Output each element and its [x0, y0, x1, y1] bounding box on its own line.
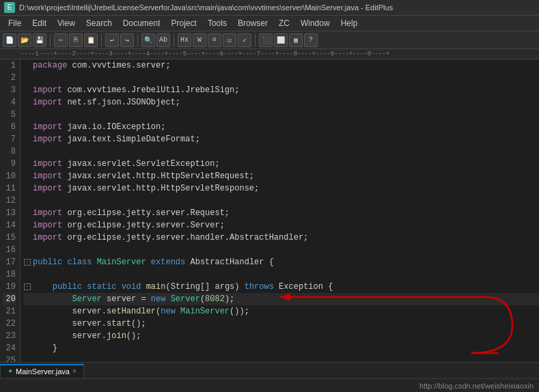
code-text-20: Server server = new Server(8082); [33, 293, 539, 305]
line-num-6: 6 [3, 121, 16, 133]
code-text-17: public class MainServer extends Abstract… [33, 256, 539, 268]
fold-17[interactable]: - [23, 256, 33, 268]
code-line-17: - public class MainServer extends Abstra… [23, 256, 539, 268]
line-num-23: 23 [3, 330, 16, 342]
code-content[interactable]: package com.vvvtimes.server; import com.… [20, 59, 539, 362]
fold-13 [23, 207, 33, 219]
code-line-3: import com.vvvtimes.JrebelUtil.JrebelSig… [23, 84, 539, 96]
line-num-16: 16 [3, 244, 16, 256]
fold-9 [23, 158, 33, 170]
ruler-text: ----1----+----2----+----3----+----4----+… [20, 51, 389, 57]
code-text-14: import org.eclipse.jetty.server.Server; [33, 219, 539, 232]
code-text-16 [33, 244, 539, 256]
line-num-9: 9 [3, 158, 16, 170]
menu-window[interactable]: Window [295, 17, 335, 29]
code-text-21: server.setHandler(new MainServer()); [33, 305, 539, 318]
line-num-13: 13 [3, 207, 16, 219]
toolbar-b6[interactable]: ⬛ [259, 33, 273, 47]
toolbar-b2[interactable]: W [193, 33, 206, 47]
fold-20 [23, 293, 33, 305]
toolbar-b3[interactable]: ≡ [208, 33, 221, 47]
toolbar-undo[interactable]: ↩ [105, 33, 119, 47]
code-text-24: } [33, 342, 539, 354]
menu-browser[interactable]: Browser [232, 17, 273, 29]
code-text-4: import net.sf.json.JSONObject; [33, 96, 539, 109]
line-num-15: 15 [3, 232, 16, 244]
code-area: 1 2 3 4 5 6 7 8 9 10 11 12 13 14 15 16 1… [0, 59, 539, 362]
tab-close[interactable]: × [72, 367, 77, 375]
fold-2 [23, 72, 33, 84]
menu-help[interactable]: Help [335, 17, 363, 29]
menu-document[interactable]: Document [118, 17, 166, 29]
toolbar-sep-1 [50, 34, 51, 46]
fold-7 [23, 133, 33, 145]
toolbar-b9[interactable]: ? [304, 33, 318, 47]
line-num-10: 10 [3, 170, 16, 182]
code-line-6: import java.io.IOException; [23, 121, 539, 133]
ruler: ----1----+----2----+----3----+----4----+… [0, 49, 539, 59]
code-line-7: import java.text.SimpleDateFormat; [23, 133, 539, 145]
line-num-14: 14 [3, 219, 16, 232]
status-bar: http://blog.csdn.net/weisheixiaoxin [0, 378, 539, 392]
toolbar-open[interactable]: 📂 [18, 33, 31, 47]
fold-25 [23, 354, 33, 362]
line-num-24: 24 [3, 342, 16, 354]
fold-11 [23, 182, 33, 195]
toolbar-cut[interactable]: ✂ [54, 33, 68, 47]
menu-project[interactable]: Project [166, 17, 202, 29]
toolbar-b1[interactable]: Hx [178, 33, 191, 47]
code-text-18 [33, 268, 539, 281]
code-text-15: import org.eclipse.jetty.server.handler.… [33, 232, 539, 244]
line-num-20: 20 [3, 293, 16, 305]
tab-bar: ✦ MainServer.java × [0, 362, 539, 378]
toolbar-b4[interactable]: ☑ [223, 33, 236, 47]
fold-8 [23, 145, 33, 158]
menu-tools[interactable]: Tools [202, 17, 232, 29]
fold-icon-19[interactable]: - [24, 283, 31, 290]
toolbar-paste[interactable]: 📋 [84, 33, 98, 47]
line-num-22: 22 [3, 318, 16, 330]
toolbar-replace[interactable]: Ab [156, 33, 170, 47]
code-text-6: import java.io.IOException; [33, 121, 539, 133]
code-text-11: import javax.servlet.http.HttpServletRes… [33, 182, 539, 195]
toolbar-redo[interactable]: ↪ [120, 33, 134, 47]
tab-label: MainServer.java [16, 367, 70, 376]
fold-icon-17[interactable]: - [24, 259, 31, 266]
toolbar-b7[interactable]: ⬜ [274, 33, 288, 47]
code-line-23: server.join(); [23, 330, 539, 342]
code-line-18 [23, 268, 539, 281]
toolbar: 📄 📂 💾 ✂ ⎘ 📋 ↩ ↪ 🔍 Ab Hx W ≡ ☑ ✓ ⬛ ⬜ ▦ ? [0, 31, 539, 49]
toolbar-b8[interactable]: ▦ [289, 33, 303, 47]
menu-view[interactable]: View [52, 17, 81, 29]
fold-12 [23, 195, 33, 207]
code-text-1: package com.vvvtimes.server; [33, 59, 539, 72]
menu-file[interactable]: File [3, 17, 27, 29]
code-text-7: import java.text.SimpleDateFormat; [33, 133, 539, 145]
code-text-23: server.join(); [33, 330, 539, 342]
code-line-10: import javax.servlet.http.HttpServletReq… [23, 170, 539, 182]
line-num-1: 1 [3, 59, 16, 72]
code-text-2 [33, 72, 539, 84]
tab-main-server[interactable]: ✦ MainServer.java × [0, 364, 84, 378]
fold-3 [23, 84, 33, 96]
toolbar-sep-3 [137, 34, 138, 46]
code-line-19: - public static void main(String[] args)… [23, 281, 539, 293]
toolbar-new[interactable]: 📄 [3, 33, 16, 47]
line-num-4: 4 [3, 96, 16, 109]
menu-edit[interactable]: Edit [27, 17, 52, 29]
toolbar-save[interactable]: 💾 [33, 33, 46, 47]
code-line-15: import org.eclipse.jetty.server.handler.… [23, 232, 539, 244]
code-line-5 [23, 109, 539, 121]
fold-19[interactable]: - [23, 281, 33, 293]
toolbar-find[interactable]: 🔍 [141, 33, 155, 47]
code-line-9: import javax.servlet.ServletException; [23, 158, 539, 170]
fold-18 [23, 268, 33, 281]
menu-search[interactable]: Search [81, 17, 118, 29]
fold-22 [23, 318, 33, 330]
toolbar-copy[interactable]: ⎘ [69, 33, 83, 47]
line-num-21: 21 [3, 305, 16, 318]
line-num-5: 5 [3, 109, 16, 121]
fold-24 [23, 342, 33, 354]
toolbar-b5[interactable]: ✓ [238, 33, 251, 47]
menu-zc[interactable]: ZC [273, 17, 295, 29]
